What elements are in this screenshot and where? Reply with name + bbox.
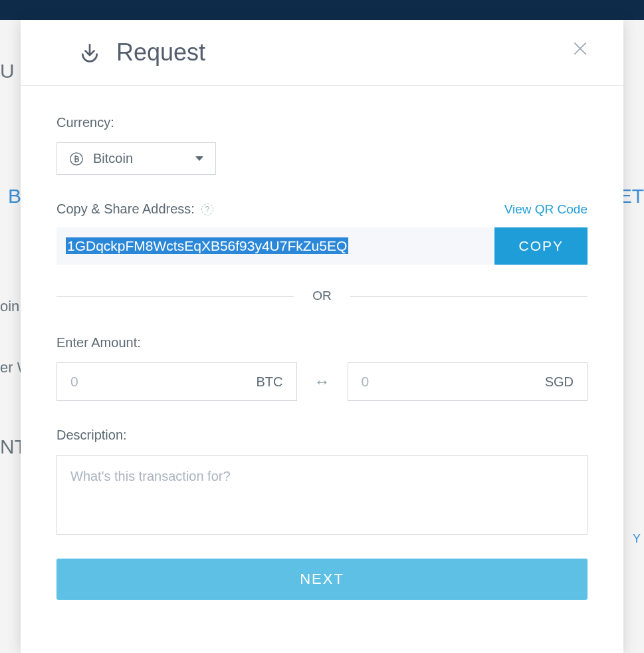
fiat-suffix: SGD (545, 374, 574, 390)
or-divider: OR (56, 289, 588, 303)
chevron-down-icon (195, 156, 203, 161)
modal-header: Request (21, 20, 623, 86)
modal-overlay: Request Currency: Bitcoin Copy & S (0, 20, 644, 653)
address-row: 1GDqckpFM8WctsEqXB56f93y4U7FkZu5EQ COPY (56, 227, 588, 265)
modal-title: Request (116, 39, 205, 66)
crypto-amount-input[interactable] (70, 374, 257, 390)
currency-label: Currency: (56, 115, 588, 130)
address-label-wrap: Copy & Share Address: ? (56, 201, 213, 217)
address-header: Copy & Share Address: ? View QR Code (56, 201, 588, 217)
currency-select[interactable]: Bitcoin (56, 142, 216, 175)
request-modal: Request Currency: Bitcoin Copy & S (21, 20, 623, 653)
modal-body: Currency: Bitcoin Copy & Share Address: … (21, 86, 623, 626)
view-qr-link[interactable]: View QR Code (504, 202, 588, 217)
address-label: Copy & Share Address: (56, 201, 195, 217)
fiat-amount-input[interactable] (362, 374, 545, 390)
crypto-suffix: BTC (257, 374, 283, 390)
swap-icon[interactable]: ↔ (314, 372, 330, 391)
description-textarea[interactable] (56, 455, 588, 535)
top-navigation-bar (0, 0, 644, 20)
next-button[interactable]: NEXT (56, 559, 588, 600)
address-value: 1GDqckpFM8WctsEqXB56f93y4U7FkZu5EQ (66, 237, 348, 254)
copy-button[interactable]: COPY (494, 227, 588, 265)
bitcoin-icon (69, 152, 84, 166)
help-icon[interactable]: ? (201, 203, 213, 215)
crypto-amount-wrap: BTC (56, 362, 297, 401)
amount-label: Enter Amount: (56, 335, 588, 350)
currency-selected-value: Bitcoin (93, 151, 186, 166)
close-icon (572, 40, 589, 57)
amount-row: BTC ↔ SGD (56, 362, 588, 401)
divider-line (56, 296, 294, 297)
or-text: OR (312, 289, 332, 303)
modal-title-wrap: Request (79, 39, 205, 66)
description-label: Description: (56, 428, 588, 443)
divider-line (350, 296, 588, 297)
close-button[interactable] (566, 35, 594, 65)
download-icon (79, 42, 100, 63)
address-display[interactable]: 1GDqckpFM8WctsEqXB56f93y4U7FkZu5EQ (56, 227, 494, 265)
fiat-amount-wrap: SGD (348, 362, 588, 401)
